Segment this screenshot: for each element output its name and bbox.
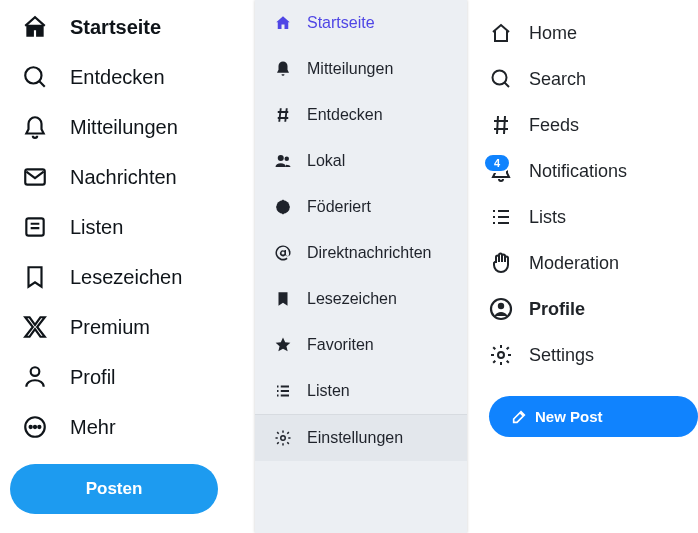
sidebar-item-label: Profil bbox=[70, 366, 116, 389]
list-icon bbox=[489, 205, 513, 229]
home-icon bbox=[273, 14, 293, 32]
sidebar-item-label: Startseite bbox=[307, 14, 375, 32]
twitter-sidebar: Startseite Entdecken Mitteilungen Nachri… bbox=[0, 0, 245, 533]
sidebar-item-dm[interactable]: Direktnachrichten bbox=[255, 230, 467, 276]
sidebar-item-notifications[interactable]: Mitteilungen bbox=[255, 46, 467, 92]
mail-icon bbox=[22, 164, 48, 190]
svg-point-7 bbox=[38, 426, 40, 428]
svg-point-12 bbox=[493, 71, 507, 85]
bell-icon: 4 bbox=[489, 159, 513, 183]
sidebar-item-label: Settings bbox=[529, 345, 594, 366]
sidebar-item-label: Listen bbox=[70, 216, 123, 239]
svg-point-6 bbox=[34, 426, 36, 428]
svg-point-5 bbox=[30, 426, 32, 428]
sidebar-item-notifications[interactable]: 4 Notifications bbox=[489, 148, 698, 194]
svg-point-0 bbox=[25, 67, 41, 83]
sidebar-item-label: Feeds bbox=[529, 115, 579, 136]
notification-badge: 4 bbox=[483, 153, 511, 173]
hash-icon bbox=[489, 113, 513, 137]
sidebar-item-label: Mitteilungen bbox=[307, 60, 393, 78]
sidebar-item-label: Einstellungen bbox=[307, 429, 403, 447]
home-icon bbox=[22, 14, 48, 40]
sidebar-item-label: Home bbox=[529, 23, 577, 44]
new-post-label: New Post bbox=[535, 408, 603, 425]
sidebar-item-bookmarks[interactable]: Lesezeichen bbox=[0, 252, 245, 302]
sidebar-item-favorites[interactable]: Favoriten bbox=[255, 322, 467, 368]
sidebar-item-messages[interactable]: Nachrichten bbox=[0, 152, 245, 202]
sidebar-item-label: Lesezeichen bbox=[307, 290, 397, 308]
sidebar-item-label: Nachrichten bbox=[70, 166, 177, 189]
mastodon-sidebar: Startseite Mitteilungen Entdecken Lokal … bbox=[255, 0, 467, 533]
sidebar-item-label: Lists bbox=[529, 207, 566, 228]
search-icon bbox=[489, 67, 513, 91]
bell-icon bbox=[273, 60, 293, 78]
sidebar-item-bookmarks[interactable]: Lesezeichen bbox=[255, 276, 467, 322]
x-icon bbox=[22, 314, 48, 340]
sidebar-item-label: Mitteilungen bbox=[70, 116, 178, 139]
user-icon bbox=[489, 297, 513, 321]
bookmark-icon bbox=[22, 264, 48, 290]
sidebar-item-notifications[interactable]: Mitteilungen bbox=[0, 102, 245, 152]
sidebar-item-profile[interactable]: Profile bbox=[489, 286, 698, 332]
sidebar-item-home[interactable]: Startseite bbox=[0, 2, 245, 52]
compose-icon bbox=[511, 409, 527, 425]
users-icon bbox=[273, 152, 293, 170]
globe-icon bbox=[273, 198, 293, 216]
sidebar-item-profile[interactable]: Profil bbox=[0, 352, 245, 402]
gear-icon bbox=[273, 429, 293, 447]
sidebar-item-search[interactable]: Search bbox=[489, 56, 698, 102]
sidebar-item-label: Entdecken bbox=[307, 106, 383, 124]
more-icon bbox=[22, 414, 48, 440]
sidebar-item-label: Profile bbox=[529, 299, 585, 320]
gear-icon bbox=[489, 343, 513, 367]
sidebar-item-lists[interactable]: Lists bbox=[489, 194, 698, 240]
bell-icon bbox=[22, 114, 48, 140]
bookmark-icon bbox=[273, 290, 293, 308]
sidebar-item-label: Premium bbox=[70, 316, 150, 339]
list-icon bbox=[22, 214, 48, 240]
person-icon bbox=[22, 364, 48, 390]
sidebar-item-settings[interactable]: Settings bbox=[489, 332, 698, 378]
sidebar-item-label: Moderation bbox=[529, 253, 619, 274]
sidebar-item-settings[interactable]: Einstellungen bbox=[255, 415, 467, 461]
sidebar-item-label: Search bbox=[529, 69, 586, 90]
sidebar-item-more[interactable]: Mehr bbox=[0, 402, 245, 452]
search-icon bbox=[22, 64, 48, 90]
sidebar-item-label: Lesezeichen bbox=[70, 266, 182, 289]
sidebar-item-label: Mehr bbox=[70, 416, 116, 439]
at-icon bbox=[273, 244, 293, 262]
sidebar-item-premium[interactable]: Premium bbox=[0, 302, 245, 352]
bluesky-sidebar: Home Search Feeds 4 Notifications Lists … bbox=[467, 0, 698, 533]
sidebar-item-moderation[interactable]: Moderation bbox=[489, 240, 698, 286]
sidebar-item-federated[interactable]: Föderiert bbox=[255, 184, 467, 230]
hash-icon bbox=[273, 106, 293, 124]
sidebar-item-label: Lokal bbox=[307, 152, 345, 170]
list-icon bbox=[273, 382, 293, 400]
hand-icon bbox=[489, 251, 513, 275]
sidebar-item-label: Notifications bbox=[529, 161, 627, 182]
sidebar-item-lists[interactable]: Listen bbox=[0, 202, 245, 252]
star-icon bbox=[273, 336, 293, 354]
sidebar-item-label: Direktnachrichten bbox=[307, 244, 432, 262]
sidebar-item-label: Föderiert bbox=[307, 198, 371, 216]
svg-point-11 bbox=[281, 436, 286, 441]
svg-point-15 bbox=[498, 352, 504, 358]
sidebar-item-label: Listen bbox=[307, 382, 350, 400]
svg-point-9 bbox=[285, 157, 290, 162]
home-icon bbox=[489, 21, 513, 45]
sidebar-item-label: Entdecken bbox=[70, 66, 165, 89]
sidebar-item-home[interactable]: Startseite bbox=[255, 0, 467, 46]
sidebar-item-feeds[interactable]: Feeds bbox=[489, 102, 698, 148]
sidebar-item-label: Startseite bbox=[70, 16, 161, 39]
sidebar-item-explore[interactable]: Entdecken bbox=[0, 52, 245, 102]
sidebar-item-lists[interactable]: Listen bbox=[255, 368, 467, 414]
sidebar-item-explore[interactable]: Entdecken bbox=[255, 92, 467, 138]
svg-point-14 bbox=[498, 303, 504, 309]
svg-point-3 bbox=[31, 367, 40, 376]
svg-point-8 bbox=[278, 155, 284, 161]
post-button[interactable]: Posten bbox=[10, 464, 218, 514]
sidebar-item-home[interactable]: Home bbox=[489, 10, 698, 56]
sidebar-item-local[interactable]: Lokal bbox=[255, 138, 467, 184]
sidebar-item-label: Favoriten bbox=[307, 336, 374, 354]
new-post-button[interactable]: New Post bbox=[489, 396, 698, 437]
